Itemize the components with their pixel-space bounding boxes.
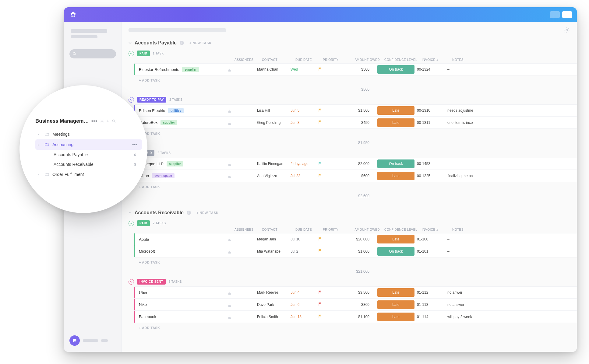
confidence-pill[interactable]: Late [377, 106, 414, 115]
tag-chip[interactable]: supplier [160, 120, 177, 125]
invoice-cell: 00-1453 [416, 162, 446, 166]
status-group: READY TO PAY 2 TASKS .task-row[style*='-… [129, 96, 577, 147]
collapse-button[interactable] [129, 279, 134, 285]
due-date-cell: Jul 10 [289, 237, 317, 241]
assignee-avatar[interactable] [230, 249, 230, 254]
priority-cell[interactable] [317, 173, 340, 178]
task-row[interactable]: .task-row[style*='--bar:#7b68ee']::befor… [134, 104, 577, 117]
search-icon[interactable] [112, 119, 116, 123]
invoice-cell: 00-1324 [416, 67, 446, 72]
assignee-avatar[interactable] [230, 290, 230, 295]
assignee-avatar[interactable] [230, 315, 230, 319]
svg-point-3 [75, 340, 75, 341]
priority-cell[interactable] [317, 249, 340, 254]
assignee-avatar[interactable] [230, 303, 230, 307]
column-headers: ASSIGNEES CONTACT DUE DATE PRIORITY AMOU… [129, 228, 577, 233]
sidebar-folder-item[interactable]: ▸ Accounting ••• [35, 139, 142, 150]
task-row[interactable]: .task-row[style*='--bar:#a7adba']::befor… [134, 170, 577, 182]
add-task-button[interactable]: + ADD TASK [129, 182, 577, 192]
priority-cell[interactable] [317, 302, 340, 307]
add-task-button[interactable]: + ADD TASK [129, 257, 577, 267]
confidence-pill[interactable]: Late [377, 118, 414, 127]
flag-icon [318, 67, 322, 71]
sidebar-list-item[interactable]: Accounts Payable 4 [35, 150, 142, 159]
priority-cell[interactable] [317, 290, 340, 295]
confidence-pill[interactable]: On track [377, 247, 414, 256]
task-row[interactable]: .task-row[style*='--bar:#a7adba']::befor… [134, 158, 577, 170]
add-icon[interactable]: + [107, 118, 109, 124]
new-task-button[interactable]: + NEW TASK [196, 211, 219, 215]
task-row[interactable]: .task-row[style*='--bar:#7b68ee']::befor… [134, 117, 577, 129]
info-icon[interactable]: i [180, 41, 184, 45]
invoice-cell: 00-1310 [416, 108, 446, 113]
sidebar-folder-item[interactable]: ▸ Order Fulfillment [35, 169, 142, 180]
priority-cell[interactable] [317, 120, 340, 125]
add-task-button[interactable]: + ADD TASK [129, 129, 577, 138]
collapse-button[interactable] [129, 51, 134, 56]
task-row[interactable]: .task-row[style*='--bar:#57c08b']::befor… [134, 63, 577, 75]
status-pill[interactable]: READY TO PAY [137, 97, 166, 103]
task-row[interactable]: .task-row[style*='--bar:#e8548e']::befor… [134, 286, 577, 299]
assignee-avatar[interactable] [230, 121, 230, 125]
assignee-avatar[interactable] [230, 174, 230, 178]
item-more-icon[interactable]: ••• [132, 142, 142, 147]
space-more-icon[interactable]: ••• [91, 118, 97, 124]
sidebar-search[interactable] [69, 49, 116, 58]
add-task-button[interactable]: + ADD TASK [129, 75, 577, 85]
priority-cell[interactable] [317, 237, 340, 242]
assignee-avatar[interactable] [230, 108, 230, 113]
priority-cell[interactable] [317, 161, 340, 166]
tag-chip[interactable]: utilities [168, 108, 184, 113]
due-date-cell: Jun 8 [289, 121, 317, 125]
window-button-b[interactable] [562, 11, 572, 18]
confidence-pill[interactable]: Late [377, 288, 414, 297]
contact-cell: Kaitlin Finnegan [256, 162, 289, 166]
topbar [64, 7, 577, 22]
status-pill[interactable]: INVOICE SENT [137, 279, 166, 285]
collapse-button[interactable] [129, 97, 134, 103]
caret-down-icon[interactable] [129, 211, 132, 214]
gear-icon[interactable] [100, 119, 104, 123]
priority-cell[interactable] [317, 67, 340, 72]
confidence-pill[interactable]: On track [377, 159, 414, 168]
caret-down-icon[interactable] [129, 41, 132, 44]
window-button-a[interactable] [550, 11, 560, 18]
task-row[interactable]: .task-row[style*='--bar:#57c08b']::befor… [134, 233, 577, 245]
task-row[interactable]: .task-row[style*='--bar:#e8548e']::befor… [134, 311, 577, 323]
sidebar-list-item[interactable]: Accounts Receivable 6 [35, 159, 142, 169]
add-task-button[interactable]: + ADD TASK [129, 323, 577, 333]
flag-icon [318, 302, 322, 306]
folder-label: Meetings [52, 132, 70, 137]
assignee-avatar[interactable] [230, 237, 230, 241]
priority-cell[interactable] [317, 314, 340, 319]
status-pill[interactable]: PAID [137, 51, 150, 56]
settings-icon[interactable] [563, 27, 570, 33]
task-row[interactable]: .task-row[style*='--bar:#57c08b']::befor… [134, 245, 577, 257]
tag-chip[interactable]: supplier [182, 67, 199, 72]
tag-chip[interactable]: event space [152, 173, 174, 178]
due-date-cell: Jun 6 [289, 303, 317, 307]
status-pill[interactable]: PAID [137, 220, 150, 226]
task-row[interactable]: .task-row[style*='--bar:#e8548e']::befor… [134, 299, 577, 311]
tag-chip[interactable]: supplier [167, 161, 183, 166]
info-icon[interactable]: i [187, 211, 191, 215]
folder-icon [44, 142, 49, 147]
confidence-pill[interactable]: Late [377, 235, 414, 243]
chat-button[interactable] [69, 335, 80, 346]
sidebar-folder-item[interactable]: ▸ Meetings [35, 129, 142, 139]
collapse-button[interactable] [129, 221, 134, 226]
new-task-button[interactable]: + NEW TASK [189, 41, 212, 45]
due-date-cell: 2 days ago [289, 162, 317, 166]
invoice-cell: 01-113 [416, 303, 446, 307]
assignee-avatar[interactable] [230, 67, 230, 72]
confidence-pill[interactable]: On track [377, 65, 414, 74]
assignee-avatar[interactable] [230, 162, 230, 166]
notes-cell: no answer [446, 303, 577, 307]
confidence-pill[interactable]: Late [377, 172, 414, 180]
confidence-pill[interactable]: Late [377, 313, 414, 321]
confidence-pill[interactable]: Late [377, 300, 414, 309]
svg-line-1 [75, 54, 76, 55]
priority-cell[interactable] [317, 108, 340, 113]
flag-icon [318, 173, 322, 177]
sidebar-footer-placeholder-2 [101, 339, 108, 342]
